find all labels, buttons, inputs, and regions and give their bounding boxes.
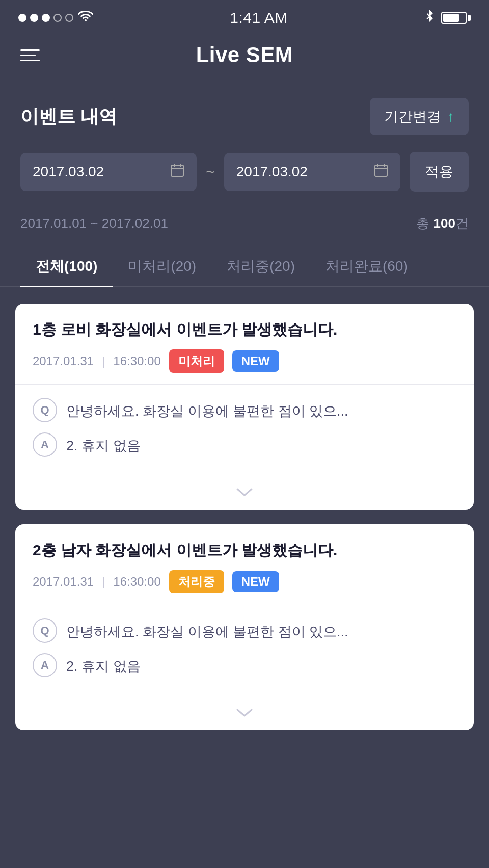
card-2-answer-item: A 2. 휴지 없음 [33, 652, 456, 677]
signal-dot-3 [42, 14, 50, 22]
status-left [18, 11, 93, 25]
answer-icon-2: A [33, 653, 57, 677]
card-1-chevron[interactable] [15, 478, 474, 510]
tab-all[interactable]: 전체(100) [20, 245, 113, 286]
chevron-down-icon-1 [235, 483, 254, 501]
hamburger-line-3 [20, 60, 40, 61]
svg-rect-4 [375, 165, 387, 176]
apply-button[interactable]: 적용 [410, 152, 469, 192]
cards-area: 1층 로비 화장실에서 이벤트가 발생했습니다. 2017.01.31 | 16… [0, 287, 489, 747]
card-2-meta-divider: | [102, 575, 105, 589]
card-1-date: 2017.01.31 [33, 354, 94, 368]
svg-rect-0 [171, 165, 183, 176]
battery-tip [468, 15, 471, 21]
card-1-meta: 2017.01.31 | 16:30:00 미처리 NEW [33, 349, 456, 373]
chevron-down-icon-2 [235, 704, 254, 721]
card-2-time: 16:30:00 [113, 575, 160, 589]
arrow-up-icon: ↑ [447, 108, 454, 125]
signal-dots [18, 14, 73, 22]
signal-dot-2 [30, 14, 38, 22]
battery-indicator [441, 12, 471, 24]
event-section: 이벤트 내역 기간변경 ↑ 2017.03.02 ~ [0, 82, 489, 245]
card-2-status-badge: 처리중 [169, 570, 224, 593]
card-1-title: 1층 로비 화장실에서 이벤트가 발생했습니다. [33, 319, 456, 340]
status-right [425, 10, 471, 26]
card-1-header: 1층 로비 화장실에서 이벤트가 발생했습니다. 2017.01.31 | 16… [15, 304, 474, 385]
question-icon-2: Q [33, 618, 57, 643]
date-to-value: 2017.03.02 [236, 164, 308, 180]
date-from-input[interactable]: 2017.03.02 [20, 153, 197, 191]
period-change-button[interactable]: 기간변경 ↑ [370, 98, 469, 135]
card-1-question-text: 안녕하세요. 화장실 이용에 불편한 점이 있으... [66, 397, 348, 422]
main-content: 이벤트 내역 기간변경 ↑ 2017.03.02 ~ [0, 82, 489, 747]
tab-completed-label: 처리완료(60) [325, 258, 408, 274]
bluetooth-icon [425, 10, 434, 26]
signal-dot-4 [53, 14, 62, 22]
tab-all-label: 전체(100) [36, 258, 97, 274]
card-2-answer-text: 2. 휴지 없음 [66, 652, 141, 677]
card-1-new-badge: NEW [232, 350, 279, 372]
tab-completed[interactable]: 처리완료(60) [310, 245, 423, 286]
hamburger-menu-button[interactable] [20, 49, 40, 61]
card-2-title: 2층 남자 화장실에서 이벤트가 발생했습니다. [33, 539, 456, 561]
card-2-new-badge: NEW [232, 571, 279, 592]
signal-dot-5 [65, 14, 73, 22]
card-1-answer-item: A 2. 휴지 없음 [33, 431, 456, 457]
hamburger-line-2 [20, 55, 36, 56]
summary-total: 총 100건 [416, 214, 469, 232]
card-1-status-badge: 미처리 [169, 349, 224, 373]
card-2-body: Q 안녕하세요. 화장실 이용에 불편한 점이 있으... A 2. 휴지 없음 [15, 605, 474, 699]
date-range-row: 2017.03.02 ~ 2017.03.02 [20, 152, 469, 192]
tabs-row: 전체(100) 미처리(20) 처리중(20) 처리완료(60) [0, 245, 489, 287]
page-title: Live SEM [196, 43, 293, 67]
card-2-header: 2층 남자 화장실에서 이벤트가 발생했습니다. 2017.01.31 | 16… [15, 524, 474, 605]
card-2-meta: 2017.01.31 | 16:30:00 처리중 NEW [33, 570, 456, 593]
event-card-1[interactable]: 1층 로비 화장실에서 이벤트가 발생했습니다. 2017.01.31 | 16… [15, 304, 474, 510]
tab-unprocessed-label: 미처리(20) [128, 258, 196, 274]
summary-date-range: 2017.01.01 ~ 2017.02.01 [20, 215, 168, 231]
question-icon-1: Q [33, 398, 57, 422]
battery-fill [443, 14, 459, 22]
card-1-meta-divider: | [102, 354, 105, 368]
card-2-question-item: Q 안녕하세요. 화장실 이용에 불편한 점이 있으... [33, 617, 456, 643]
tab-unprocessed[interactable]: 미처리(20) [113, 245, 211, 286]
status-time: 1:41 AM [230, 9, 288, 26]
summary-count-number: 100 [433, 215, 455, 231]
event-header: 이벤트 내역 기간변경 ↑ [20, 98, 469, 135]
battery-body [441, 12, 467, 24]
card-2-date: 2017.01.31 [33, 575, 94, 589]
card-2-chevron[interactable] [15, 699, 474, 730]
signal-dot-1 [18, 14, 26, 22]
calendar-from-icon [170, 163, 184, 181]
card-1-body: Q 안녕하세요. 화장실 이용에 불편한 점이 있으... A 2. 휴지 없음 [15, 385, 474, 478]
summary-row: 2017.01.01 ~ 2017.02.01 총 100건 [20, 206, 469, 232]
answer-icon-1: A [33, 432, 57, 457]
hamburger-line-1 [20, 49, 40, 51]
date-separator: ~ [206, 163, 215, 180]
card-1-answer-text: 2. 휴지 없음 [66, 431, 141, 456]
event-title: 이벤트 내역 [20, 104, 117, 129]
event-card-2[interactable]: 2층 남자 화장실에서 이벤트가 발생했습니다. 2017.01.31 | 16… [15, 524, 474, 730]
period-change-label: 기간변경 [384, 107, 441, 126]
card-1-question-item: Q 안녕하세요. 화장실 이용에 불편한 점이 있으... [33, 397, 456, 422]
status-bar: 1:41 AM [0, 0, 489, 34]
calendar-to-icon [374, 163, 388, 181]
tab-processing[interactable]: 처리중(20) [211, 245, 310, 286]
tab-processing-label: 처리중(20) [227, 258, 295, 274]
card-2-question-text: 안녕하세요. 화장실 이용에 불편한 점이 있으... [66, 617, 348, 642]
card-1-time: 16:30:00 [113, 354, 160, 368]
date-to-input[interactable]: 2017.03.02 [224, 153, 400, 191]
wifi-icon [78, 11, 93, 25]
header: Live SEM [0, 34, 489, 82]
date-from-value: 2017.03.02 [33, 164, 104, 180]
